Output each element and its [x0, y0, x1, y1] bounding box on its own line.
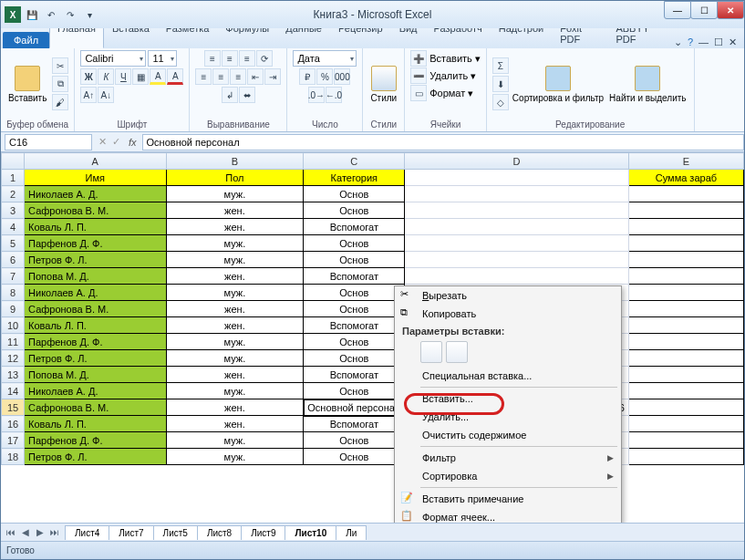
cell-name[interactable]: Парфенов Д. Ф. [25, 334, 166, 350]
font-size-combo[interactable]: 11 [148, 50, 177, 67]
file-tab[interactable]: Файл [3, 32, 49, 48]
row-header-4[interactable]: 4 [2, 219, 25, 235]
cell-sex[interactable]: муж. [166, 252, 304, 268]
cut-icon[interactable]: ✂ [52, 57, 68, 74]
currency-button[interactable]: ₽ [299, 68, 316, 85]
paste-button[interactable]: Вставить [6, 64, 48, 105]
cell-sex[interactable]: муж. [166, 432, 304, 449]
row-header-13[interactable]: 13 [2, 367, 25, 383]
cell-sum[interactable] [628, 432, 743, 449]
fill-color-button[interactable]: A [150, 68, 166, 85]
grow-font-button[interactable]: A↑ [80, 87, 97, 103]
cm-cut[interactable]: ✂ВВырезатьырезать [395, 286, 621, 305]
row-header-6[interactable]: 6 [2, 252, 25, 268]
sheet-prev-icon[interactable]: ◀ [19, 527, 32, 537]
cell-sex[interactable]: жен. [166, 202, 304, 219]
cell-name[interactable]: Сафронова В. М. [25, 301, 166, 317]
paste-option-1-icon[interactable] [420, 341, 442, 363]
merge-button[interactable]: ⬌ [239, 87, 255, 103]
find-select-button[interactable]: Найти и выделить [607, 64, 688, 105]
cell-sum[interactable] [628, 285, 743, 301]
cm-insert[interactable]: Вставить... [395, 389, 621, 408]
cell-name[interactable]: Парфенов Д. Ф. [25, 432, 166, 449]
orientation-button[interactable]: ⟳ [256, 50, 273, 67]
row-header-17[interactable]: 17 [2, 432, 25, 449]
redo-icon[interactable]: ↷ [62, 6, 78, 23]
bold-button[interactable]: Ж [80, 68, 97, 85]
worksheet-grid[interactable]: ABCDE1ИмяПолКатегорияСумма зараб2Николае… [1, 152, 744, 523]
italic-button[interactable]: К [98, 68, 114, 85]
number-format-combo[interactable]: Дата [293, 50, 357, 67]
indent-dec-button[interactable]: ⇤ [247, 68, 264, 85]
row-header-11[interactable]: 11 [2, 334, 25, 350]
col-header-C[interactable]: C [304, 153, 405, 170]
cm-filter[interactable]: Фильтр▶ [395, 449, 621, 467]
cell-category[interactable]: Основ [304, 285, 405, 301]
align-bottom-button[interactable]: ≡ [239, 50, 255, 67]
cell-styles-button[interactable]: Стили [368, 64, 398, 105]
autosum-button[interactable]: Σ [492, 57, 509, 74]
cell-sex[interactable]: муж. [166, 285, 304, 301]
cell-gap[interactable] [405, 219, 629, 235]
cell-sex[interactable]: жен. [166, 416, 304, 432]
row-header-16[interactable]: 16 [2, 416, 25, 432]
doc-close-icon[interactable]: ✕ [729, 36, 737, 48]
cell-sex[interactable]: жен. [166, 219, 304, 235]
cell-name[interactable]: Петров Ф. Л. [25, 252, 166, 268]
sheet-tab-Лист5[interactable]: Лист5 [153, 525, 198, 540]
cell-category[interactable]: Основ [304, 350, 405, 367]
sheet-last-icon[interactable]: ⏭ [48, 527, 61, 537]
row-header-9[interactable]: 9 [2, 301, 25, 317]
cell-category[interactable]: Вспомогат [304, 268, 405, 285]
insert-cells-button[interactable]: ➕Вставить ▾ [410, 50, 481, 67]
cell-sex[interactable]: жен. [166, 301, 304, 317]
ribbon-minimize-icon[interactable]: ⌄ [674, 36, 682, 48]
sheet-tab-Лист9[interactable]: Лист9 [241, 525, 285, 540]
help-icon[interactable]: ? [688, 36, 693, 48]
cell-sex[interactable]: жен. [166, 399, 304, 416]
cell-sum[interactable] [628, 202, 743, 219]
cell-category[interactable]: Основ [304, 334, 405, 350]
row-header-15[interactable]: 15 [2, 399, 25, 416]
cell-name[interactable]: Коваль Л. П. [25, 317, 166, 334]
format-cells-button[interactable]: ▭Формат ▾ [410, 85, 473, 101]
cancel-formula-icon[interactable]: ✕ [96, 136, 109, 148]
comma-button[interactable]: 000 [334, 68, 350, 85]
cell-name[interactable]: Николаев А. Д. [25, 383, 166, 399]
align-right-button[interactable]: ≡ [230, 68, 246, 85]
cell-sex[interactable]: муж. [166, 186, 304, 202]
row-header-2[interactable]: 2 [2, 186, 25, 202]
cell-sum[interactable] [628, 219, 743, 235]
close-button[interactable]: ✕ [717, 1, 744, 19]
cell-sum[interactable] [628, 301, 743, 317]
undo-icon[interactable]: ↶ [43, 6, 59, 23]
cell-sum[interactable] [628, 416, 743, 432]
cell-sum[interactable] [628, 268, 743, 285]
cell-sum[interactable] [628, 383, 743, 399]
cell-gap[interactable] [405, 268, 629, 285]
delete-cells-button[interactable]: ➖Удалить ▾ [410, 67, 476, 84]
cm-clear[interactable]: Очистить содержимое [395, 426, 621, 444]
header-cell[interactable]: Категория [304, 170, 405, 186]
cell-category[interactable]: Вспомогат [304, 367, 405, 383]
cell-name[interactable]: Попова М. Д. [25, 268, 166, 285]
header-cell[interactable]: Пол [166, 170, 304, 186]
format-painter-icon[interactable]: 🖌 [52, 94, 68, 110]
font-name-combo[interactable]: Calibri [80, 50, 146, 67]
fx-icon[interactable]: fx [123, 137, 142, 148]
align-top-button[interactable]: ≡ [204, 50, 221, 67]
cm-paste-special[interactable]: Специальная вставка... [395, 367, 621, 385]
enter-formula-icon[interactable]: ✓ [109, 136, 123, 148]
decrease-decimal-button[interactable]: ←.0 [326, 87, 342, 103]
col-header-A[interactable]: A [25, 153, 166, 170]
align-middle-button[interactable]: ≡ [222, 50, 238, 67]
save-icon[interactable]: 💾 [24, 6, 40, 23]
cell-category[interactable]: Основ [304, 432, 405, 449]
qat-more-icon[interactable]: ▾ [81, 6, 98, 23]
header-cell[interactable]: Имя [25, 170, 166, 186]
font-color-button[interactable]: A [167, 68, 183, 85]
fill-button[interactable]: ⬇ [492, 76, 509, 92]
cell-gap[interactable] [405, 252, 629, 268]
col-header-D[interactable]: D [405, 153, 629, 170]
underline-button[interactable]: Ч [115, 68, 131, 85]
